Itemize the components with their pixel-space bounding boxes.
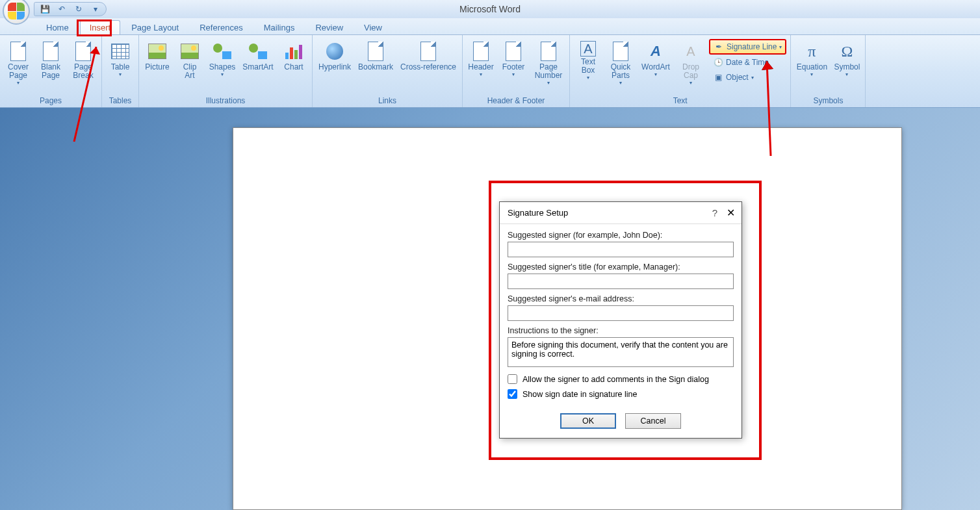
tab-home[interactable]: Home bbox=[36, 20, 79, 34]
smartart-icon bbox=[249, 44, 267, 59]
tab-view[interactable]: View bbox=[354, 20, 392, 34]
show-date-label: Show sign date in signature line bbox=[522, 390, 638, 399]
group-links: Hyperlink Bookmark Cross-reference Links bbox=[313, 35, 463, 107]
allow-comments-label: Allow the signer to add comments in the … bbox=[522, 375, 709, 384]
clip-art-button[interactable]: Clip Art bbox=[174, 38, 205, 83]
tab-mailings[interactable]: Mailings bbox=[254, 20, 305, 34]
signer-email-input[interactable] bbox=[508, 305, 734, 321]
cover-page-icon bbox=[10, 42, 26, 61]
tab-references[interactable]: References bbox=[190, 20, 252, 34]
signer-title-label: Suggested signer's title (for example, M… bbox=[508, 262, 734, 272]
quick-parts-icon bbox=[613, 42, 628, 61]
text-box-icon: A bbox=[580, 41, 596, 57]
hyperlink-icon bbox=[326, 43, 343, 60]
clip-art-icon bbox=[181, 44, 199, 59]
chart-icon bbox=[285, 44, 302, 59]
wordart-button[interactable]: AWordArt▾ bbox=[638, 38, 674, 81]
group-label-tables: Tables bbox=[105, 95, 136, 107]
group-illustrations: Picture Clip Art Shapes▾ SmartArt Chart … bbox=[139, 35, 313, 107]
show-date-checkbox[interactable] bbox=[508, 389, 517, 399]
footer-button[interactable]: Footer▾ bbox=[498, 38, 529, 81]
table-icon bbox=[111, 44, 129, 59]
group-label-illustrations: Illustrations bbox=[142, 95, 309, 107]
quick-parts-button[interactable]: Quick Parts▾ bbox=[605, 38, 636, 89]
chart-button[interactable]: Chart bbox=[278, 38, 309, 75]
tab-insert[interactable]: Insert bbox=[80, 20, 121, 34]
tab-page-layout[interactable]: Page Layout bbox=[122, 20, 188, 34]
ribbon-tabs: Home Insert Page Layout References Maili… bbox=[0, 18, 980, 35]
ok-button[interactable]: OK bbox=[560, 413, 616, 429]
page-break-button[interactable]: Page Break bbox=[68, 38, 99, 83]
group-tables: Table▾ Tables bbox=[102, 35, 139, 107]
date-time-button[interactable]: 🕒Date & Time bbox=[709, 55, 786, 70]
blank-page-button[interactable]: Blank Page bbox=[35, 38, 66, 83]
qat-customize-icon[interactable]: ▾ bbox=[90, 4, 101, 14]
signature-setup-dialog: Signature Setup ? ✕ Suggested signer (fo… bbox=[499, 201, 742, 439]
picture-icon bbox=[148, 44, 166, 59]
bookmark-button[interactable]: Bookmark bbox=[355, 38, 396, 75]
signature-line-label: Signature Line bbox=[727, 42, 777, 51]
allow-comments-checkbox[interactable] bbox=[508, 374, 517, 384]
header-icon bbox=[473, 42, 489, 61]
ribbon: Cover Page▾ Blank Page Page Break Pages … bbox=[0, 35, 980, 108]
group-label-text: Text bbox=[573, 95, 788, 107]
drop-cap-button[interactable]: ADrop Cap▾ bbox=[675, 38, 706, 89]
dialog-close-icon[interactable]: ✕ bbox=[727, 207, 735, 219]
cover-page-button[interactable]: Cover Page▾ bbox=[3, 38, 34, 89]
group-label-links: Links bbox=[315, 95, 459, 107]
app-title: Microsoft Word bbox=[459, 4, 521, 14]
document-area bbox=[0, 108, 980, 510]
symbol-button[interactable]: ΩSymbol▾ bbox=[831, 38, 862, 81]
tab-review[interactable]: Review bbox=[305, 20, 353, 34]
date-time-icon: 🕒 bbox=[713, 57, 723, 68]
signature-line-icon: ✒ bbox=[714, 42, 724, 52]
shapes-button[interactable]: Shapes▾ bbox=[207, 38, 238, 81]
object-icon: ▣ bbox=[713, 72, 723, 83]
dialog-title-bar[interactable]: Signature Setup ? ✕ bbox=[500, 202, 741, 224]
blank-page-icon bbox=[43, 42, 58, 61]
object-label: Object bbox=[726, 73, 749, 82]
office-logo-icon bbox=[8, 3, 25, 19]
group-symbols: πEquation▾ ΩSymbol▾ Symbols bbox=[791, 35, 866, 107]
undo-icon[interactable]: ↶ bbox=[57, 4, 67, 14]
cross-reference-icon bbox=[420, 42, 436, 61]
group-pages: Cover Page▾ Blank Page Page Break Pages bbox=[0, 35, 102, 107]
dialog-body: Suggested signer (for example, John Doe)… bbox=[500, 224, 741, 407]
page-number-button[interactable]: Page Number▾ bbox=[530, 38, 567, 89]
equation-button[interactable]: πEquation▾ bbox=[793, 38, 830, 81]
smartart-button[interactable]: SmartArt bbox=[239, 38, 277, 75]
signer-label: Suggested signer (for example, John Doe)… bbox=[508, 231, 734, 240]
signer-email-label: Suggested signer's e-mail address: bbox=[508, 294, 734, 303]
redo-icon[interactable]: ↻ bbox=[73, 4, 84, 14]
page-number-icon bbox=[541, 42, 556, 61]
bookmark-icon bbox=[368, 42, 383, 61]
object-button[interactable]: ▣Object▾ bbox=[709, 70, 786, 84]
dialog-help-icon[interactable]: ? bbox=[712, 207, 717, 218]
cancel-button[interactable]: Cancel bbox=[625, 413, 681, 429]
group-header-footer: Header▾ Footer▾ Page Number▾ Header & Fo… bbox=[463, 35, 570, 107]
drop-cap-icon: A bbox=[680, 41, 701, 62]
group-label-pages: Pages bbox=[3, 95, 99, 107]
title-bar: 💾 ↶ ↻ ▾ Microsoft Word bbox=[0, 0, 980, 18]
table-button[interactable]: Table▾ bbox=[105, 38, 136, 81]
symbol-icon: Ω bbox=[836, 41, 857, 62]
wordart-icon: A bbox=[645, 41, 666, 62]
hyperlink-button[interactable]: Hyperlink bbox=[315, 38, 354, 75]
picture-button[interactable]: Picture bbox=[142, 38, 173, 75]
signature-line-button[interactable]: ✒Signature Line▾ bbox=[709, 39, 786, 55]
instructions-label: Instructions to the signer: bbox=[508, 326, 734, 335]
dialog-buttons: OK Cancel bbox=[500, 407, 741, 438]
group-label-symbols: Symbols bbox=[793, 95, 862, 107]
text-box-button[interactable]: AText Box▾ bbox=[573, 38, 604, 84]
save-icon[interactable]: 💾 bbox=[40, 4, 50, 14]
dialog-title: Signature Setup bbox=[508, 208, 568, 218]
cross-reference-button[interactable]: Cross-reference bbox=[397, 38, 459, 75]
shapes-icon bbox=[213, 44, 231, 59]
instructions-textarea[interactable]: Before signing this document, verify tha… bbox=[508, 337, 734, 367]
signer-input[interactable] bbox=[508, 242, 734, 257]
page-break-icon bbox=[75, 42, 91, 61]
equation-icon: π bbox=[801, 41, 822, 62]
date-time-label: Date & Time bbox=[726, 58, 769, 67]
signer-title-input[interactable] bbox=[508, 274, 734, 289]
header-button[interactable]: Header▾ bbox=[465, 38, 496, 81]
